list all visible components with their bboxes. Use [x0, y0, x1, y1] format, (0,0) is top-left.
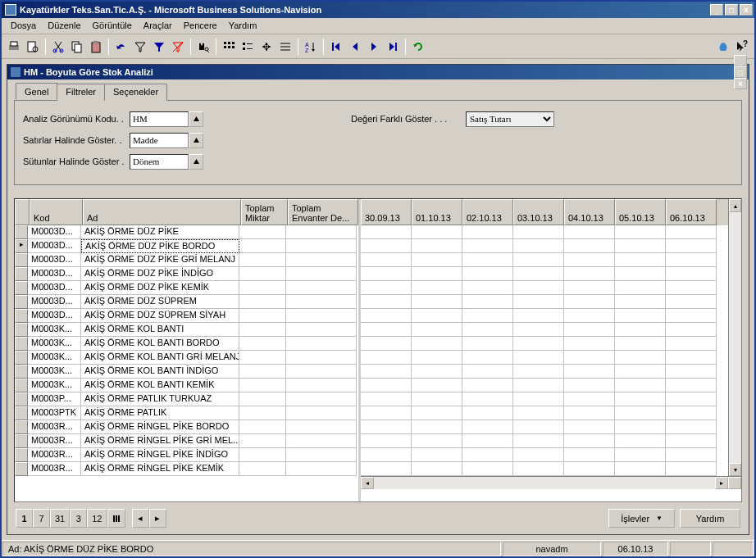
table-row[interactable]: M0003D...AKİŞ ÖRME DÜZ SÜPREM SİYAH	[15, 309, 358, 323]
cell-date-value[interactable]	[412, 295, 462, 309]
period-next-button[interactable]: ▸	[149, 509, 166, 528]
cell-date-value[interactable]	[513, 323, 564, 337]
table-row[interactable]	[361, 392, 728, 406]
show-columns-lookup[interactable]	[189, 154, 203, 170]
cell-date-value[interactable]	[513, 253, 564, 267]
cell-toplam-envanter[interactable]	[286, 253, 357, 267]
period-1-button[interactable]: 1	[16, 509, 33, 528]
cell-kod[interactable]: M0003D...	[28, 295, 81, 309]
table-row[interactable]	[361, 281, 728, 295]
col-header-date[interactable]: 04.10.13	[564, 199, 615, 225]
list-grid-icon[interactable]	[220, 38, 238, 56]
row-selector[interactable]	[15, 351, 28, 365]
cell-toplam-envanter[interactable]	[286, 351, 357, 365]
cell-date-value[interactable]	[513, 309, 564, 323]
cell-date-value[interactable]	[615, 420, 666, 434]
cell-kod[interactable]: M0003P...	[28, 392, 81, 406]
sub-maximize-button[interactable]: □	[734, 66, 747, 78]
cell-toplam-miktar[interactable]	[239, 420, 286, 434]
cell-toplam-miktar[interactable]	[239, 392, 286, 406]
cell-date-value[interactable]	[412, 225, 462, 239]
cell-date-value[interactable]	[666, 420, 717, 434]
cell-date-value[interactable]	[615, 323, 666, 337]
cell-date-value[interactable]	[412, 434, 462, 448]
cell-ad[interactable]: AKİŞ ÖRME KOL BANTI BORDO	[81, 337, 239, 351]
row-selector[interactable]	[15, 281, 28, 295]
cell-date-value[interactable]	[412, 420, 462, 434]
cell-toplam-envanter[interactable]	[286, 225, 357, 239]
menu-help[interactable]: Yardım	[223, 20, 263, 32]
cell-ad[interactable]: AKİŞ ÖRME DÜZ PİKE İNDİGO	[81, 267, 239, 281]
cell-date-value[interactable]	[513, 406, 564, 420]
cell-kod[interactable]: M0003D...	[28, 239, 81, 253]
tab-filters[interactable]: Filtreler	[57, 84, 105, 101]
cell-date-value[interactable]	[412, 365, 462, 379]
cell-date-value[interactable]	[361, 434, 412, 448]
cell-date-value[interactable]	[564, 239, 615, 253]
cell-date-value[interactable]	[564, 281, 615, 295]
cell-date-value[interactable]	[615, 406, 666, 420]
period-prev-button[interactable]: ◂	[132, 509, 149, 528]
row-selector[interactable]	[15, 448, 28, 462]
cell-kod[interactable]: M0003K...	[28, 365, 81, 379]
table-row[interactable]: M0003D...AKİŞ ÖRME DÜZ PİKE KEMİK	[15, 281, 358, 295]
cell-ad[interactable]: AKİŞ ÖRME PATLIK	[81, 406, 239, 420]
cell-date-value[interactable]	[462, 448, 513, 462]
cell-ad[interactable]: AKİŞ ÖRME RİNGEL PİKE KEMİK	[81, 462, 239, 476]
cell-date-value[interactable]	[361, 267, 412, 281]
cell-kod[interactable]: M0003R...	[28, 420, 81, 434]
table-filter-icon[interactable]	[150, 38, 168, 56]
cell-date-value[interactable]	[361, 365, 412, 379]
show-lines-lookup[interactable]	[189, 133, 203, 148]
cell-date-value[interactable]	[666, 281, 717, 295]
cell-date-value[interactable]	[666, 448, 717, 462]
period-custom-button[interactable]	[107, 509, 125, 528]
cell-date-value[interactable]	[412, 239, 462, 253]
cell-toplam-miktar[interactable]	[239, 462, 286, 476]
cell-date-value[interactable]	[412, 351, 462, 365]
cell-date-value[interactable]	[462, 392, 513, 406]
vertical-scrollbar[interactable]: ▴ ▾	[728, 199, 741, 476]
col-header-date[interactable]: 06.10.13	[666, 199, 717, 225]
cell-date-value[interactable]	[615, 434, 666, 448]
row-selector[interactable]	[15, 434, 28, 448]
cell-date-value[interactable]	[666, 239, 717, 253]
cell-date-value[interactable]	[462, 379, 513, 392]
cell-date-value[interactable]	[412, 323, 462, 337]
cell-date-value[interactable]	[666, 253, 717, 267]
cell-date-value[interactable]	[666, 337, 717, 351]
cell-date-value[interactable]	[564, 392, 615, 406]
col-header-date[interactable]: 03.10.13	[513, 199, 564, 225]
cell-date-value[interactable]	[666, 225, 717, 239]
list-detail-icon[interactable]	[239, 38, 257, 56]
row-selector[interactable]	[15, 337, 28, 351]
table-row[interactable]: M0003R...AKİŞ ÖRME RİNGEL PİKE GRİ MEL..…	[15, 434, 358, 448]
table-row[interactable]	[361, 379, 728, 392]
cell-date-value[interactable]	[462, 295, 513, 309]
cell-date-value[interactable]	[513, 365, 564, 379]
close-button[interactable]: ×	[740, 4, 753, 16]
cell-date-value[interactable]	[412, 253, 462, 267]
find-icon[interactable]	[194, 38, 212, 56]
undo-icon[interactable]	[112, 38, 130, 56]
field-filter-icon[interactable]	[131, 38, 149, 56]
col-header-kod[interactable]: Kod	[30, 199, 83, 225]
functions-button[interactable]: İşlevler ▼	[608, 509, 675, 528]
table-row[interactable]: M0003K...AKİŞ ÖRME KOL BANTI BORDO	[15, 337, 358, 351]
refresh-icon[interactable]	[409, 38, 427, 56]
row-selector[interactable]	[15, 225, 28, 239]
prev-icon[interactable]	[346, 38, 364, 56]
cell-date-value[interactable]	[513, 434, 564, 448]
cell-date-value[interactable]	[361, 462, 412, 476]
cell-kod[interactable]: M0003D...	[28, 309, 81, 323]
cell-date-value[interactable]	[513, 239, 564, 253]
table-row[interactable]: M0003P...AKİŞ ÖRME PATLIK TURKUAZ	[15, 392, 358, 406]
cell-toplam-envanter[interactable]	[286, 281, 357, 295]
cell-date-value[interactable]	[412, 379, 462, 392]
table-row[interactable]	[361, 323, 728, 337]
cell-ad[interactable]: AKİŞ ÖRME DÜZ SÜPREM	[81, 295, 239, 309]
cell-date-value[interactable]	[513, 337, 564, 351]
cell-kod[interactable]: M0003K...	[28, 337, 81, 351]
table-row[interactable]	[361, 365, 728, 379]
analysis-view-code-input[interactable]	[130, 111, 189, 127]
